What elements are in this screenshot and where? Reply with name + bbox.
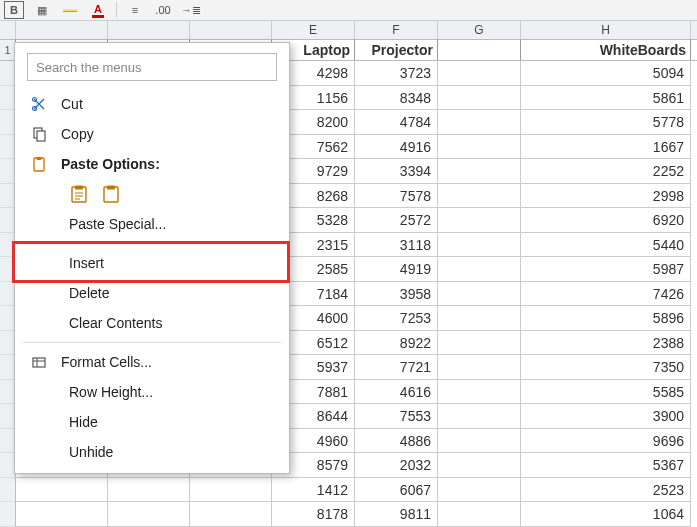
menu-row-height[interactable]: Row Height...	[15, 377, 289, 407]
cell-projector[interactable]: 3394	[355, 159, 438, 184]
cell-scanner[interactable]	[190, 502, 272, 527]
menu-clear-contents[interactable]: Clear Contents	[15, 308, 289, 338]
cell-projector[interactable]: 9811	[355, 502, 438, 527]
cell-printer[interactable]	[108, 502, 190, 527]
cell-projector[interactable]: 3958	[355, 282, 438, 307]
cell-scanner[interactable]	[190, 478, 272, 503]
cell-whiteboards[interactable]: 5585	[521, 380, 691, 405]
cell-projector[interactable]: 4886	[355, 429, 438, 454]
cell-g[interactable]	[438, 453, 521, 478]
cell-whiteboards[interactable]: 5367	[521, 453, 691, 478]
cell-store[interactable]	[16, 502, 108, 527]
cell-store[interactable]	[16, 478, 108, 503]
paste-option-1-icon[interactable]	[69, 184, 89, 204]
cell-g[interactable]	[438, 282, 521, 307]
cell-projector[interactable]: 7253	[355, 306, 438, 331]
col-letter-G[interactable]: G	[438, 21, 521, 39]
cell-projector[interactable]: 2572	[355, 208, 438, 233]
cell-projector[interactable]: 4784	[355, 110, 438, 135]
cell-whiteboards[interactable]: 2252	[521, 159, 691, 184]
col-letter-H[interactable]: H	[521, 21, 691, 39]
cell-g[interactable]	[438, 478, 521, 503]
header-whiteboards[interactable]: WhiteBoards	[521, 40, 691, 60]
menu-search-placeholder: Search the menus	[36, 60, 142, 75]
fill-color-button[interactable]	[60, 1, 80, 19]
cell-projector[interactable]: 4616	[355, 380, 438, 405]
cell-projector[interactable]: 3118	[355, 233, 438, 258]
cell-whiteboards[interactable]: 5778	[521, 110, 691, 135]
cell-whiteboards[interactable]: 7350	[521, 355, 691, 380]
context-menu: Search the menus Cut Copy Paste Options:…	[14, 42, 290, 474]
cell-g[interactable]	[438, 306, 521, 331]
cell-whiteboards[interactable]: 3900	[521, 404, 691, 429]
menu-hide[interactable]: Hide	[15, 407, 289, 437]
cell-whiteboards[interactable]: 6920	[521, 208, 691, 233]
cell-whiteboards[interactable]: 5440	[521, 233, 691, 258]
cell-g[interactable]	[438, 61, 521, 86]
border-button[interactable]: ▦	[32, 1, 52, 19]
cell-whiteboards[interactable]: 1667	[521, 135, 691, 160]
cell-whiteboards[interactable]: 2388	[521, 331, 691, 356]
header-projector[interactable]: Projector	[355, 40, 438, 60]
cell-projector[interactable]: 4916	[355, 135, 438, 160]
menu-insert[interactable]: Insert	[15, 248, 289, 278]
row-number[interactable]	[0, 502, 16, 527]
cell-g[interactable]	[438, 86, 521, 111]
menu-row-height-label: Row Height...	[69, 384, 153, 400]
indent-button[interactable]: →≣	[181, 1, 201, 19]
col-letter-F[interactable]: F	[355, 21, 438, 39]
cell-laptop[interactable]: 8178	[272, 502, 355, 527]
cell-g[interactable]	[438, 110, 521, 135]
cell-projector[interactable]: 8922	[355, 331, 438, 356]
cell-projector[interactable]: 8348	[355, 86, 438, 111]
cell-whiteboards[interactable]: 7426	[521, 282, 691, 307]
cell-g[interactable]	[438, 331, 521, 356]
cell-projector[interactable]: 6067	[355, 478, 438, 503]
col-letter-E[interactable]: E	[272, 21, 355, 39]
menu-paste-special-label: Paste Special...	[69, 216, 166, 232]
font-color-button[interactable]: A	[88, 1, 108, 19]
paste-option-2-icon[interactable]	[101, 184, 121, 204]
cell-projector[interactable]: 4919	[355, 257, 438, 282]
cell-g[interactable]	[438, 184, 521, 209]
cell-projector[interactable]: 7721	[355, 355, 438, 380]
cell-projector[interactable]: 7553	[355, 404, 438, 429]
cell-g[interactable]	[438, 135, 521, 160]
cell-whiteboards[interactable]: 1064	[521, 502, 691, 527]
cell-projector[interactable]: 3723	[355, 61, 438, 86]
cell-g[interactable]	[438, 257, 521, 282]
cell-g[interactable]	[438, 159, 521, 184]
cell-projector[interactable]: 7578	[355, 184, 438, 209]
svg-rect-10	[33, 358, 45, 367]
cell-laptop[interactable]: 1412	[272, 478, 355, 503]
menu-paste-special[interactable]: Paste Special...	[15, 209, 289, 239]
menu-search-input[interactable]: Search the menus	[27, 53, 277, 81]
cell-g[interactable]	[438, 233, 521, 258]
cell-whiteboards[interactable]: 9696	[521, 429, 691, 454]
align-button[interactable]: ≡	[125, 1, 145, 19]
menu-cut[interactable]: Cut	[15, 89, 289, 119]
cell-whiteboards[interactable]: 5896	[521, 306, 691, 331]
menu-delete[interactable]: Delete	[15, 278, 289, 308]
cell-projector[interactable]: 2032	[355, 453, 438, 478]
column-letters-row: E F G H	[0, 21, 697, 40]
menu-unhide[interactable]: Unhide	[15, 437, 289, 467]
row-number[interactable]	[0, 478, 16, 503]
cell-whiteboards[interactable]: 2523	[521, 478, 691, 503]
cell-g[interactable]	[438, 355, 521, 380]
cell-printer[interactable]	[108, 478, 190, 503]
cell-whiteboards[interactable]: 5094	[521, 61, 691, 86]
cell-g[interactable]	[438, 502, 521, 527]
cell-g[interactable]	[438, 429, 521, 454]
header-g[interactable]	[438, 40, 521, 60]
cell-g[interactable]	[438, 380, 521, 405]
bold-button[interactable]: B	[4, 1, 24, 19]
cell-whiteboards[interactable]: 5987	[521, 257, 691, 282]
cell-g[interactable]	[438, 404, 521, 429]
decimal-button[interactable]: .00	[153, 1, 173, 19]
cell-whiteboards[interactable]: 2998	[521, 184, 691, 209]
cell-g[interactable]	[438, 208, 521, 233]
cell-whiteboards[interactable]: 5861	[521, 86, 691, 111]
menu-format-cells[interactable]: Format Cells...	[15, 347, 289, 377]
menu-copy[interactable]: Copy	[15, 119, 289, 149]
